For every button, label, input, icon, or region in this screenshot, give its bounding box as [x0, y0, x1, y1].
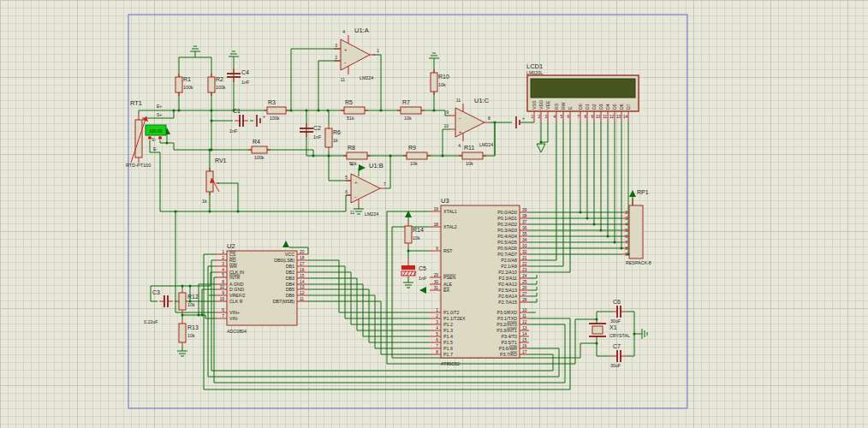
ref-U1C[interactable]: U1:C: [474, 97, 490, 104]
component-R10[interactable]: R1010k: [431, 69, 449, 95]
ref-R12[interactable]: R12: [187, 294, 199, 300]
pin-number: 19: [220, 297, 225, 301]
ref-RV1[interactable]: RV1: [215, 158, 227, 163]
component-R7[interactable]: R710k: [397, 99, 425, 121]
pin-name: P0.5/AD5: [497, 240, 517, 245]
ref-C7[interactable]: C7: [613, 343, 621, 349]
ref-R2[interactable]: R2: [216, 76, 223, 82]
component-R6[interactable]: R61k: [325, 125, 341, 151]
pin-number: 7: [436, 344, 438, 348]
pin-name: P0.2/AD2: [497, 222, 517, 227]
pin-number: 4: [342, 29, 345, 34]
component-X1[interactable]: X1CRYSTAL: [589, 324, 630, 338]
pin-number: 38: [522, 214, 527, 218]
component-R1[interactable]: R1100k: [175, 74, 193, 96]
pin-number: 2: [436, 314, 438, 318]
pin-name: P2.5/A13: [498, 288, 517, 293]
pin-name: RD: [510, 352, 517, 357]
ref-C3[interactable]: C3: [152, 289, 160, 295]
component-U1B[interactable]: +-U1:BLM224567411: [345, 162, 386, 217]
ref-U1A[interactable]: U1:A: [354, 27, 369, 34]
pin-name: P3.1/TXD: [497, 316, 517, 321]
ref-R1[interactable]: R1: [183, 76, 191, 82]
component-R3[interactable]: R3100k: [264, 99, 289, 121]
pin-number: 33: [522, 244, 527, 248]
ref-X1[interactable]: X1: [609, 324, 617, 330]
component-U1C[interactable]: -+U1:CLM2249108114: [443, 97, 493, 148]
ref-R8[interactable]: R8: [348, 145, 355, 151]
value: 1k: [333, 138, 338, 143]
value: 100k: [270, 116, 280, 121]
pin-number: 1: [436, 308, 438, 312]
ref-R6[interactable]: R6: [333, 129, 341, 135]
component-R13[interactable]: R1310k: [179, 320, 199, 346]
schematic-canvas: ++100.00RT1RTD-PT100E+S+S-E-R1100kR2100k…: [0, 0, 868, 428]
pin-number: 10: [443, 123, 449, 128]
pin-number: 3: [544, 115, 547, 119]
ref-R14[interactable]: R14: [413, 227, 424, 233]
component-C6[interactable]: C630uF: [610, 299, 626, 324]
component-U3[interactable]: U3AT89C5219XTAL118XTAL29RST29PSEN30ALE31…: [430, 197, 529, 366]
pin-number: 3: [222, 262, 224, 266]
component-C7[interactable]: C730uF: [610, 343, 626, 368]
pin-name: P2.6/A14: [498, 294, 517, 299]
ref-LCD1[interactable]: LCD1: [526, 62, 543, 70]
pin-number: 12: [522, 320, 527, 324]
component-R11[interactable]: R1110k: [459, 145, 486, 166]
pin-number: 36: [522, 226, 527, 230]
pin-number: 10: [220, 285, 225, 289]
component-R14[interactable]: R1410k: [405, 223, 424, 247]
component-RV1[interactable]: RV11k: [202, 158, 227, 204]
component-R4[interactable]: R4100k: [248, 139, 271, 160]
ref-R3[interactable]: R3: [268, 99, 276, 105]
ref-RT1[interactable]: RT1: [130, 99, 142, 107]
pin-number: 13: [616, 115, 621, 119]
pin-number: 14: [623, 115, 628, 119]
pin-number: 2: [625, 211, 627, 215]
ref-U3[interactable]: U3: [441, 197, 449, 205]
pin-number: 18: [300, 256, 305, 260]
lcd-pin-name: VSS: [532, 100, 537, 110]
pin-number: 7: [577, 115, 580, 119]
part-X1: CRYSTAL: [609, 333, 630, 338]
ref-R13[interactable]: R13: [187, 324, 199, 330]
pin-name: INTR: [229, 275, 241, 280]
pin-name: CLK R: [229, 299, 243, 304]
ref-R11[interactable]: R11: [464, 145, 474, 151]
lcd-pin-name: D4: [605, 104, 610, 110]
component-U1A[interactable]: +-U1:ALM224321411: [334, 27, 379, 82]
component-LCD1[interactable]: LCD1LM020LVSS1VDD2VEE3RS4RW5E6D07D18D29D…: [526, 62, 639, 122]
ref-C4[interactable]: C4: [241, 69, 249, 75]
ref-R9[interactable]: R9: [408, 145, 416, 151]
component-R5[interactable]: R551k: [341, 99, 368, 121]
pin-number: 13: [522, 326, 527, 330]
pin-name: P2.7/A15: [498, 300, 517, 305]
pin-number: 4: [436, 326, 438, 330]
ref-C5[interactable]: C5: [419, 265, 426, 271]
component-C4[interactable]: C41nF: [227, 68, 250, 85]
component-U2[interactable]: U2ADC08041CS2RD3WR4CLK IN5INTR8A GND10D …: [216, 242, 308, 334]
ref-R4[interactable]: R4: [253, 139, 260, 145]
ref-C2[interactable]: C2: [313, 125, 321, 131]
ref-R7[interactable]: R7: [402, 99, 410, 105]
component-R9[interactable]: R910k: [403, 145, 431, 166]
ref-R5[interactable]: R5: [345, 99, 353, 105]
ref-R10[interactable]: R10: [438, 74, 449, 80]
part-RP1: RESPACK-8: [626, 260, 651, 265]
ref-U1B[interactable]: U1:B: [369, 162, 383, 169]
component-R2[interactable]: R2100k: [208, 74, 226, 96]
component-C5[interactable]: C51nF: [401, 259, 427, 281]
component-C2[interactable]: C21nF: [300, 123, 322, 140]
ref-C6[interactable]: C6: [613, 299, 621, 305]
component-RP1[interactable]: 23456789RP1RESPACK-8: [622, 189, 651, 265]
pin-number: 14: [522, 332, 527, 336]
pin-number: 6: [567, 115, 569, 119]
component-R8[interactable]: R851k: [343, 145, 371, 166]
ref-RP1[interactable]: RP1: [637, 189, 649, 195]
pin-number: 1: [377, 48, 379, 53]
value: 1nF: [313, 134, 322, 140]
pin-number: 6: [436, 338, 438, 342]
component-C3[interactable]: C30.22uF: [144, 289, 173, 324]
value: 30uF: [610, 318, 621, 324]
ref-U2[interactable]: U2: [227, 242, 235, 250]
